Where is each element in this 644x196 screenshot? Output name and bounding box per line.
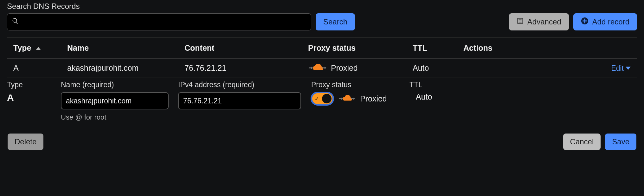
- edit-link-label: Edit: [611, 64, 624, 73]
- toggle-knob: [322, 94, 332, 103]
- search-box[interactable]: [7, 13, 311, 30]
- th-type-label: Type: [13, 43, 31, 52]
- cancel-button[interactable]: Cancel: [563, 134, 601, 150]
- content-field-label: IPv4 address (required): [178, 81, 304, 89]
- cell-name: akashrajpurohit.com: [67, 63, 184, 73]
- search-icon: [12, 17, 19, 26]
- content-input[interactable]: [178, 92, 301, 109]
- add-record-label: Add record: [592, 17, 629, 26]
- field-ttl: TTL Auto: [409, 81, 637, 121]
- search-input[interactable]: [22, 14, 306, 30]
- delete-button[interactable]: Delete: [8, 134, 43, 150]
- cloud-proxy-icon: [308, 63, 326, 73]
- th-type[interactable]: Type: [13, 43, 67, 53]
- name-helper-text: Use @ for root: [61, 113, 171, 121]
- name-input[interactable]: [61, 92, 169, 109]
- table-header: Type Name Content Proxy status TTL Actio…: [7, 37, 637, 58]
- save-button[interactable]: Save: [605, 134, 636, 150]
- search-section-label: Search DNS Records: [7, 2, 637, 11]
- edit-panel: Type A Name (required) Use @ for root IP…: [7, 77, 637, 121]
- search-button[interactable]: Search: [316, 13, 355, 30]
- name-field-label: Name (required): [61, 81, 171, 89]
- proxy-field-label: Proxy status: [311, 81, 402, 89]
- th-proxy-status[interactable]: Proxy status: [308, 43, 413, 53]
- th-ttl[interactable]: TTL: [413, 43, 463, 53]
- type-field-label: Type: [7, 81, 53, 89]
- edit-link[interactable]: Edit: [611, 64, 631, 73]
- proxy-edit-text: Proxied: [360, 94, 387, 103]
- cell-proxy-status: Proxied: [308, 63, 413, 73]
- field-proxy: Proxy status ✓ Proxied: [311, 81, 409, 121]
- advanced-label: Advanced: [527, 17, 561, 26]
- advanced-button[interactable]: Advanced: [509, 13, 569, 30]
- cell-proxy-text: Proxied: [331, 63, 358, 73]
- th-content[interactable]: Content: [184, 43, 308, 53]
- cell-content: 76.76.21.21: [184, 63, 308, 73]
- cell-ttl: Auto: [413, 63, 463, 73]
- ttl-field-value: Auto: [409, 92, 629, 101]
- proxy-toggle[interactable]: ✓: [311, 92, 333, 105]
- svg-marker-8: [353, 97, 355, 100]
- plus-circle-icon: [581, 17, 589, 27]
- toolbar-row: Search Advanced Add record: [7, 13, 637, 30]
- type-field-value: A: [7, 92, 53, 103]
- footer: Delete Cancel Save: [7, 121, 637, 150]
- sort-ascending-icon: [36, 47, 41, 50]
- field-type: Type A: [7, 81, 61, 121]
- ttl-field-label: TTL: [409, 81, 629, 89]
- field-name: Name (required) Use @ for root: [61, 81, 178, 121]
- svg-marker-6: [325, 67, 326, 69]
- list-icon: [517, 17, 524, 26]
- cell-type: A: [13, 63, 67, 73]
- field-content: IPv4 address (required): [178, 81, 311, 121]
- cloud-proxy-icon: [338, 94, 355, 103]
- table-row: A akashrajpurohit.com 76.76.21.21 Proxie…: [7, 58, 637, 77]
- th-actions: Actions: [463, 43, 631, 53]
- th-name[interactable]: Name: [67, 43, 184, 53]
- caret-down-icon: [626, 67, 631, 70]
- add-record-button[interactable]: Add record: [573, 13, 637, 30]
- check-icon: ✓: [315, 96, 319, 102]
